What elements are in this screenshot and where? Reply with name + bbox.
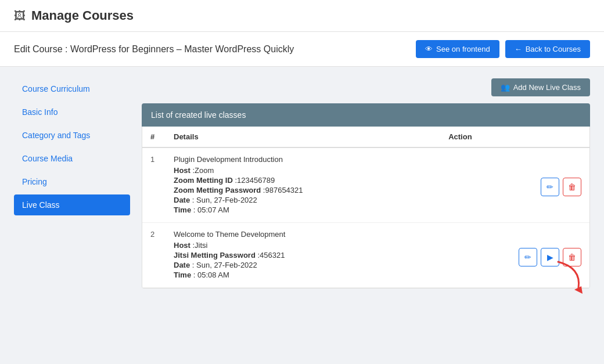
edit-button[interactable]: ✏ (519, 248, 537, 266)
back-to-courses-button[interactable]: ← Back to Courses (505, 40, 590, 58)
table-row: 2Welcome to Theme DevelopmentHost :Jitsi… (142, 223, 589, 288)
action-buttons: ✏ 🗑 (448, 178, 581, 196)
field1-row: Jitsi Metting Password :456321 (174, 251, 432, 260)
host-row: Host :Jitsi (174, 241, 432, 250)
sidebar-item-basic-info[interactable]: Basic Info (14, 102, 130, 122)
arrow-left-icon: ← (515, 45, 522, 53)
sub-header: Edit Course : WordPress for Beginners – … (0, 32, 604, 67)
list-header: List of created live classes (142, 103, 590, 127)
page-title: Manage Courses (31, 8, 134, 23)
row-number: 2 (142, 223, 166, 288)
field2-row: Zoom Metting Password :987654321 (174, 186, 432, 194)
col-details: Details (166, 127, 440, 147)
row-details: Plugin Development IntroductionHost :Zoo… (166, 147, 440, 223)
field1-row: Zoom Metting ID :123456789 (174, 176, 432, 185)
see-frontend-button[interactable]: 👁 See on frontend (416, 40, 499, 58)
delete-button[interactable]: 🗑 (563, 178, 581, 196)
sub-header-buttons: 👁 See on frontend ← Back to Courses (416, 40, 590, 58)
main-content: Course Curriculum Basic Info Category an… (0, 67, 604, 300)
content-area: 👥 Add New Live Class List of created liv… (142, 78, 590, 289)
row-action: ✏ ▶ 🗑 (440, 223, 589, 288)
sidebar: Course Curriculum Basic Info Category an… (14, 78, 130, 289)
row-number: 1 (142, 147, 166, 223)
col-action: Action (440, 127, 589, 147)
live-classes-table: # Details Action 1Plugin Development Int… (142, 127, 590, 289)
red-arrow-svg (552, 256, 587, 297)
class-title: Welcome to Theme Development (174, 230, 432, 239)
manage-courses-icon: 🖼 (14, 9, 26, 23)
sidebar-item-course-curriculum[interactable]: Course Curriculum (14, 78, 130, 99)
sidebar-item-live-class[interactable]: Live Class (14, 194, 130, 215)
time-row: Time : 05:07 AM (174, 206, 432, 214)
eye-icon: 👁 (425, 45, 433, 53)
arrow-indicator (552, 256, 587, 298)
time-row: Time : 05:08 AM (174, 271, 432, 279)
date-row: Date : Sun, 27-Feb-2022 (174, 261, 432, 269)
page-header: 🖼 Manage Courses (0, 0, 604, 32)
sidebar-item-pricing[interactable]: Pricing (14, 171, 130, 192)
col-number: # (142, 127, 166, 147)
row-action: ✏ 🗑 (440, 147, 589, 223)
host-row: Host :Zoom (174, 166, 432, 175)
edit-course-label: Edit Course : WordPress for Beginners – … (14, 44, 294, 55)
sidebar-item-category-and-tags[interactable]: Category and Tags (14, 125, 130, 146)
sidebar-item-course-media[interactable]: Course Media (14, 148, 130, 169)
group-icon: 👥 (501, 83, 510, 92)
date-row: Date : Sun, 27-Feb-2022 (174, 196, 432, 204)
row-details: Welcome to Theme DevelopmentHost :JitsiJ… (166, 223, 440, 288)
class-title: Plugin Development Introduction (174, 155, 432, 164)
edit-button[interactable]: ✏ (541, 178, 559, 196)
add-new-live-class-button[interactable]: 👥 Add New Live Class (491, 78, 590, 96)
table-row: 1Plugin Development IntroductionHost :Zo… (142, 147, 589, 223)
add-class-bar: 👥 Add New Live Class (142, 78, 590, 96)
